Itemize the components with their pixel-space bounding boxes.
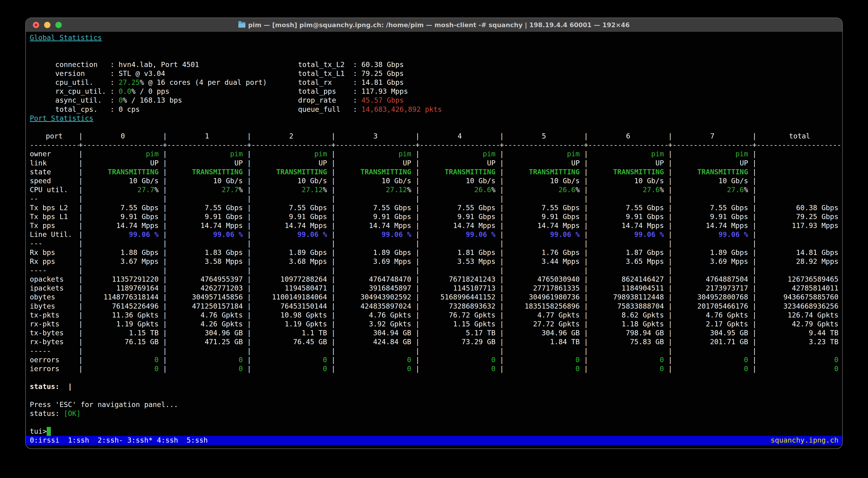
row-label: opackets: [30, 275, 79, 284]
row-label: speed: [30, 176, 79, 185]
row-label: CPU util.: [30, 185, 79, 194]
row-label: tx-bytes: [30, 329, 79, 337]
status-ok-badge: [OK]: [64, 409, 81, 417]
press-esc-hint: Press 'ESC' for navigation panel...: [26, 400, 842, 409]
table-row: ------------+---------------------+-----…: [26, 141, 842, 149]
status-spinner-line: status: |: [26, 382, 842, 391]
status-ok-line: status: [OK]: [26, 409, 842, 418]
table-row: Tx bps L1|9.91 Gbps|9.91 Gbps|9.91 Gbps|…: [26, 212, 842, 221]
table-row: Tx pps|14.74 Mpps|14.74 Mpps|14.74 Mpps|…: [26, 221, 842, 230]
table-row: Tx bps L2|7.55 Gbps|7.55 Gbps|7.55 Gbps|…: [26, 203, 842, 212]
table-row: obytes|1148776318144|304957145856|110014…: [26, 293, 842, 302]
row-label: --: [30, 194, 79, 203]
tmux-status-bar: 0:irssi 1:ssh 2:ssh- 3:ssh* 4:ssh 5:sshs…: [26, 436, 842, 445]
prompt-line[interactable]: tui>: [26, 427, 842, 436]
status-label: status:: [30, 382, 59, 390]
row-label: tx-pkts: [30, 311, 79, 319]
table-row: oerrors|0|0|0|0|0|0|0|0|0: [26, 355, 842, 364]
window-title: pim — [mosh] pim@squanchy.ipng.ch: /home…: [248, 21, 630, 29]
table-row: ibytes|76145226496|471250157184|76453150…: [26, 302, 842, 311]
stat-line: connection: hvn4.lab, Port 4501total_tx_…: [26, 51, 842, 60]
table-row: rx-pkts|1.19 Gpkts|4.26 Gpkts|1.19 Gpkts…: [26, 319, 842, 329]
row-label: Tx pps: [30, 221, 79, 230]
table-row: port|0|1|2|3|4|5|6|7|total: [26, 132, 842, 141]
row-label: rx-bytes: [30, 337, 79, 346]
row-label: rx-pkts: [30, 319, 79, 329]
tmux-window-list: 0:irssi 1:ssh 2:ssh- 3:ssh* 4:ssh 5:ssh: [30, 436, 208, 445]
row-label: Line Util.: [30, 230, 79, 239]
table-row: ---|||||||||: [26, 239, 842, 248]
row-label: Tx bps L1: [30, 212, 79, 221]
table-row: ierrors|0|0|0|0|0|0|0|0|0: [26, 364, 842, 373]
table-row: opackets|11357291220|4764955397|10977288…: [26, 275, 842, 284]
tmux-hostname: squanchy.ipng.ch: [771, 436, 838, 445]
port-statistics-heading: Port Statistics: [30, 114, 93, 122]
row-label: oerrors: [30, 355, 79, 364]
minimize-button[interactable]: [44, 22, 51, 28]
table-row: ----|||||||||: [26, 266, 842, 275]
row-label: Tx bps L2: [30, 203, 79, 212]
global-statistics-heading: Global Statistics: [30, 34, 102, 42]
table-row: state|TRANSMITTING|TRANSMITTING|TRANSMIT…: [26, 168, 842, 176]
close-button[interactable]: [33, 22, 39, 28]
row-label: owner: [30, 149, 79, 159]
table-row: owner|pim|pim|pim|pim|pim|pim|pim|pim|: [26, 149, 842, 159]
table-row: Rx bps|1.88 Gbps|1.83 Gbps|1.89 Gbps|1.8…: [26, 248, 842, 257]
row-label: ipackets: [30, 284, 79, 293]
table-row: Line Util.|99.06 %|99.06 %|99.06 %|99.06…: [26, 230, 842, 239]
row-label: ----: [30, 266, 79, 275]
row-label: ---: [30, 239, 79, 248]
table-row: rx-bytes|76.15 GB|471.25 GB|76.45 GB|424…: [26, 337, 842, 346]
row-label: -----: [30, 347, 79, 355]
table-row: speed|10 Gb/s|10 Gb/s|10 Gb/s|10 Gb/s|10…: [26, 176, 842, 185]
row-label: state: [30, 168, 79, 176]
title-bar[interactable]: pim — [mosh] pim@squanchy.ipng.ch: /home…: [26, 18, 842, 32]
row-label: ierrors: [30, 364, 79, 373]
traffic-lights: [33, 18, 62, 32]
table-row: Rx pps|3.67 Mpps|3.58 Mpps|3.68 Mpps|3.6…: [26, 257, 842, 266]
table-row: --|||||||||: [26, 194, 842, 203]
row-label: Rx bps: [30, 248, 79, 257]
folder-icon: [238, 22, 245, 28]
table-row: tx-pkts|11.36 Gpkts|4.76 Gpkts|10.98 Gpk…: [26, 311, 842, 319]
table-row: CPU util.|27.7%|27.7%|27.12%|27.12%|26.6…: [26, 185, 842, 194]
row-label: Rx pps: [30, 257, 79, 266]
table-row: -----|||||||||: [26, 347, 842, 355]
terminal-screen: Global Statistics connection: hvn4.lab, …: [26, 32, 842, 448]
table-row: tx-bytes|1.15 TB|304.96 GB|1.1 TB|304.94…: [26, 329, 842, 337]
table-row: link|UP|UP|UP|UP|UP|UP|UP|UP|: [26, 159, 842, 168]
prompt-label: tui>: [30, 427, 47, 435]
table-row: ipackets|1189769164|4262771203|119458047…: [26, 284, 842, 293]
row-label: link: [30, 159, 79, 168]
row-label: ibytes: [30, 302, 79, 311]
spinner-icon: [59, 382, 68, 390]
zoom-button[interactable]: [55, 22, 62, 28]
row-label: obytes: [30, 293, 79, 302]
terminal-window: pim — [mosh] pim@squanchy.ipng.ch: /home…: [25, 18, 843, 449]
port-statistics-table: port|0|1|2|3|4|5|6|7|total------------+-…: [26, 132, 842, 373]
text-cursor: [47, 427, 51, 436]
